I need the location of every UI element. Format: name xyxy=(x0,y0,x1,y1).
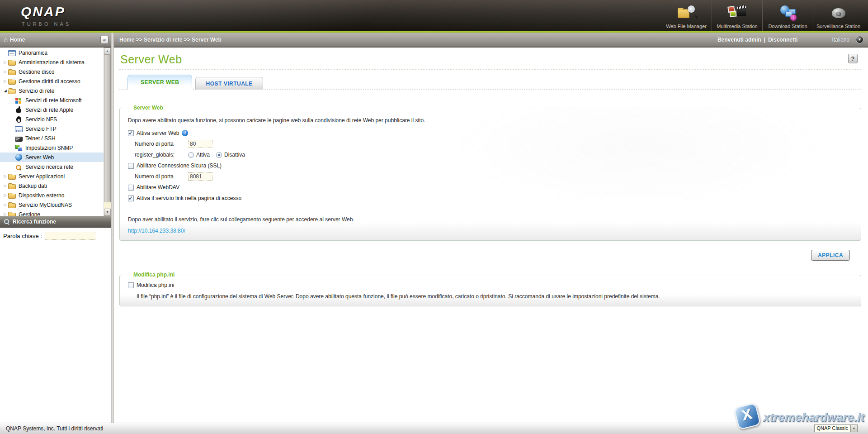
sidebar-item-label: Amministrazione di sistema xyxy=(19,59,85,66)
php-ini-row: Modifica php.ini xyxy=(127,280,854,291)
sidebar-filler xyxy=(0,243,111,423)
server-web-description: Dopo avere abilitato questa funzione, si… xyxy=(128,117,854,124)
sidebar-item-impostazioni-snmp[interactable]: Impostazioni SNMP xyxy=(0,143,104,153)
help-icon[interactable]: ? xyxy=(848,54,858,63)
folder-icon xyxy=(8,184,16,189)
sidebar-header-bar: ⌂ Home « xyxy=(0,33,111,48)
link-service-checkbox[interactable] xyxy=(128,196,134,201)
breadcrumb: Home >> Servizio di rete >> Server Web xyxy=(119,37,717,43)
sidebar-item-gestione[interactable]: ▷Gestione xyxy=(0,210,104,216)
panel-divider xyxy=(111,33,114,48)
expand-arrow-icon[interactable]: ▷ xyxy=(2,79,8,83)
sidebar-item-label: Dispositivo esterno xyxy=(19,192,64,199)
station-surveillance-station[interactable]: Surveillance Station xyxy=(813,0,863,31)
sidebar-item-servizi-di-rete-apple[interactable]: Servizi di rete Apple xyxy=(0,105,104,114)
sidebar-item-telnet-ssh[interactable]: Telnet / SSH xyxy=(0,134,104,143)
qnap-logo: QNAP TURBO NAS xyxy=(21,4,71,27)
copyright-text: QNAP Systems, Inc. Tutti i diritti riser… xyxy=(6,425,103,432)
search-icon xyxy=(4,219,10,225)
webserver-link[interactable]: http://10.164.233.38:80/ xyxy=(128,228,185,234)
top-banner: QNAP TURBO NAS Web File ManagerMultimedi… xyxy=(0,0,868,31)
snmp-icon xyxy=(15,144,23,152)
ssl-port-input[interactable] xyxy=(188,172,212,181)
sidebar-item-server-web[interactable]: Server Web xyxy=(0,153,104,162)
folder-icon xyxy=(8,194,16,199)
info-icon[interactable]: i xyxy=(182,130,188,136)
register-globals-label: register_globals: xyxy=(135,152,188,158)
port-input[interactable] xyxy=(188,140,212,148)
station-label: Download Station xyxy=(768,24,807,29)
webserver-icon xyxy=(15,154,23,161)
tree-scrollbar[interactable]: ▲ ▼ xyxy=(104,48,111,216)
tab-server-web[interactable]: SERVER WEB xyxy=(127,75,192,90)
scroll-down-icon[interactable]: ▼ xyxy=(104,209,111,216)
sidebar-item-backup-dati[interactable]: ▷Backup dati xyxy=(0,181,104,191)
tabs-area: SERVER WEBHOST VIRTUALE xyxy=(119,75,861,90)
php-ini-fieldset: Modifica php.ini Modifica php.ini Il fil… xyxy=(119,272,861,306)
webdav-checkbox[interactable] xyxy=(128,185,134,191)
netsearch-icon xyxy=(15,163,23,171)
breadcrumb-bar: Home >> Servizio di rete >> Server Web B… xyxy=(114,33,868,48)
content-area: Panoramica▷Amministrazione di sistema▷Ge… xyxy=(0,48,868,423)
tux-icon xyxy=(15,116,23,123)
ssl-label: Abilitare Connessione Sicura (SSL) xyxy=(137,162,222,169)
ssl-checkbox[interactable] xyxy=(128,163,134,169)
register-globals-row: register_globals: Attiva Disattiva xyxy=(127,149,854,160)
folder-icon xyxy=(8,203,16,208)
station-multimedia-station[interactable]: Multimedia Station xyxy=(712,0,762,31)
sidebar-item-gestione-diritti-di-accesso[interactable]: ▷Gestione diritti di accesso xyxy=(0,76,104,86)
expand-arrow-icon[interactable]: ▷ xyxy=(2,184,8,188)
sidebar-item-servizio-di-rete[interactable]: ◢Servizio di rete xyxy=(0,86,104,95)
station-label: Surveillance Station xyxy=(816,24,860,29)
expand-arrow-icon[interactable]: ▷ xyxy=(2,193,8,197)
expand-arrow-icon[interactable]: ▷ xyxy=(2,203,8,207)
sidebar-item-servizio-ftp[interactable]: Servizio FTP xyxy=(0,124,104,134)
sidebar-item-server-applicazioni[interactable]: ▷Server Applicazioni xyxy=(0,172,104,181)
keyword-input[interactable] xyxy=(45,232,95,240)
multimedia-station-icon xyxy=(727,5,748,23)
sidebar-item-servizio-mycloudnas[interactable]: ▷Servizio MyCloudNAS xyxy=(0,200,104,210)
user-area: Benvenuti admin | Disconnetti Italiano ▼ xyxy=(717,36,863,43)
language-dropdown-icon[interactable]: ▼ xyxy=(856,36,863,43)
sidebar-item-label: Servizio ricerca rete xyxy=(25,164,73,170)
register-globals-off-radio[interactable] xyxy=(216,152,222,158)
php-ini-description: Il file “php.ini” è il file di configura… xyxy=(137,293,854,300)
sidebar-item-servizi-di-rete-microsoft[interactable]: Servizi di rete Microsoft xyxy=(0,95,104,105)
expand-arrow-icon[interactable]: ▷ xyxy=(2,174,8,178)
sidebar-item-amministrazione-di-sistema[interactable]: ▷Amministrazione di sistema xyxy=(0,57,104,67)
sidebar-item-label: Server Applicazioni xyxy=(19,173,65,180)
expand-arrow-icon[interactable]: ▷ xyxy=(2,60,8,64)
webdav-label: Abilitare WebDAV xyxy=(137,184,179,191)
sidebar-item-dispositivo-esterno[interactable]: ▷Dispositivo esterno xyxy=(0,191,104,200)
scroll-up-icon[interactable]: ▲ xyxy=(104,48,111,55)
qnap-logo-text: QNAP xyxy=(21,4,71,19)
enable-webserver-checkbox[interactable] xyxy=(128,130,134,136)
station-download-station[interactable]: ↓Download Station xyxy=(762,0,813,31)
collapse-arrow-icon[interactable]: ◢ xyxy=(2,89,8,93)
sidebar-item-servizio-nfs[interactable]: Servizio NFS xyxy=(0,114,104,124)
php-ini-checkbox[interactable] xyxy=(128,282,134,288)
apply-button[interactable]: APPLICA xyxy=(811,250,850,261)
php-ini-legend: Modifica php.ini xyxy=(131,272,177,278)
register-globals-on-radio[interactable] xyxy=(188,152,194,158)
skin-select[interactable]: QNAP Classic ▼ xyxy=(814,424,858,432)
php-ini-label: Modifica php.ini xyxy=(137,282,174,288)
expand-arrow-icon[interactable]: ▷ xyxy=(2,212,8,216)
sidebar-item-label: Gestione disco xyxy=(19,69,54,75)
sidebar-collapse-button[interactable]: « xyxy=(100,36,108,44)
sidebar-item-panoramica[interactable]: Panoramica xyxy=(0,48,104,57)
tab-host-virtuale[interactable]: HOST VIRTUALE xyxy=(195,77,263,90)
sidebar-item-servizio-ricerca-rete[interactable]: Servizio ricerca rete xyxy=(0,162,104,172)
sidebar-item-label: Servizio FTP xyxy=(25,126,57,132)
function-search-header: Ricerca funzione xyxy=(0,216,111,228)
download-station-icon: ↓ xyxy=(778,5,798,23)
station-web-file-manager[interactable]: Web File Manager xyxy=(661,0,712,31)
scrollbar-thumb[interactable] xyxy=(104,55,111,202)
apple-icon xyxy=(15,106,23,114)
language-label: Italiano xyxy=(832,37,849,43)
logout-link[interactable]: Disconnetti xyxy=(768,37,797,43)
sidebar-main-divider xyxy=(111,48,114,423)
function-search-title: Ricerca funzione xyxy=(13,219,56,225)
sidebar-item-gestione-disco[interactable]: ▷Gestione disco xyxy=(0,67,104,76)
expand-arrow-icon[interactable]: ▷ xyxy=(2,70,8,74)
